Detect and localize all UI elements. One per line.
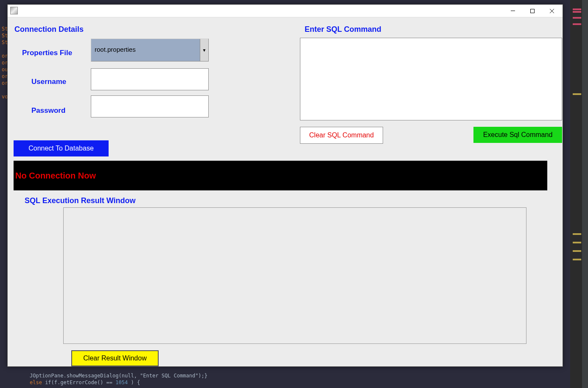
password-label: Password xyxy=(31,106,65,115)
scrollbar[interactable] xyxy=(582,0,588,388)
svg-rect-1 xyxy=(531,9,535,13)
clear-result-button[interactable]: Clear Result Window xyxy=(71,350,159,366)
close-button[interactable] xyxy=(542,5,562,17)
maximize-icon xyxy=(530,9,535,13)
minimize-icon xyxy=(511,11,515,11)
connect-database-button[interactable]: Connect To Database xyxy=(14,140,109,156)
content-area: Connection Details Enter SQL Command Pro… xyxy=(8,17,563,366)
chevron-down-icon: ▼ xyxy=(200,39,208,61)
connection-status: No Connection Now xyxy=(14,161,547,190)
connection-details-header: Connection Details xyxy=(14,25,84,34)
titlebar[interactable] xyxy=(8,5,563,17)
minimize-button[interactable] xyxy=(503,5,523,17)
close-icon xyxy=(550,9,554,13)
properties-file-value: root.properties xyxy=(91,39,200,61)
password-input[interactable] xyxy=(91,95,209,117)
enter-sql-header: Enter SQL Command xyxy=(305,25,381,34)
username-input[interactable] xyxy=(91,68,209,90)
properties-file-label: Properties File xyxy=(22,49,72,57)
execute-sql-button[interactable]: Execute Sql Command xyxy=(473,127,562,143)
properties-file-combobox[interactable]: root.properties ▼ xyxy=(91,39,209,61)
clear-sql-button[interactable]: Clear SQL Command xyxy=(300,127,383,144)
username-label: Username xyxy=(31,78,66,86)
status-text: No Connection Now xyxy=(15,171,96,181)
result-panel xyxy=(63,207,526,344)
java-app-icon xyxy=(10,7,18,14)
ide-right-gutter xyxy=(570,0,588,388)
result-window-header: SQL Execution Result Window xyxy=(25,196,136,205)
maximize-button[interactable] xyxy=(523,5,542,17)
main-window: Connection Details Enter SQL Command Pro… xyxy=(7,4,563,367)
sql-command-textarea[interactable] xyxy=(300,38,562,120)
svg-rect-0 xyxy=(511,11,515,11)
